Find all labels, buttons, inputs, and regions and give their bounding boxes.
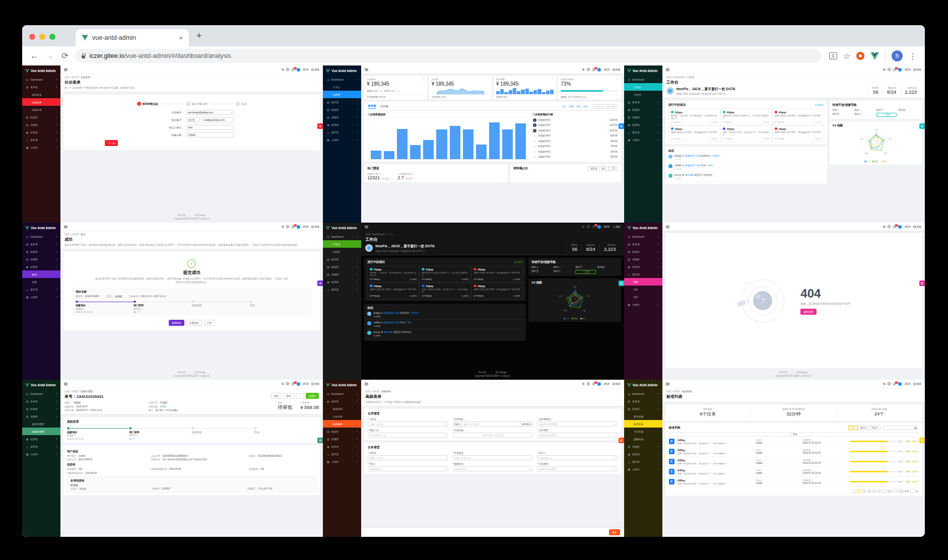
sidebar-item-form[interactable]: ▤表单页▾	[22, 240, 60, 248]
sidebar-item-result[interactable]: ◉结果页▾	[22, 435, 60, 443]
sidebar-item-exception[interactable]: △异常页▾	[624, 458, 662, 465]
notification-bell-icon[interactable]: 12	[592, 68, 595, 71]
channel-tab[interactable]: 线上	[599, 166, 608, 171]
sidebar-item-detail[interactable]: ▨详情页▾	[624, 443, 662, 450]
notification-bell-icon[interactable]: 12	[292, 68, 294, 71]
breadcrumb-item[interactable]: 首页	[666, 390, 671, 393]
related-doc-link[interactable]: 12421	[160, 405, 166, 408]
page-item[interactable]: 10	[888, 489, 892, 493]
all-projects-link[interactable]: 全部项目	[815, 104, 824, 106]
submit-button[interactable]: 提交	[609, 529, 620, 535]
sidebar-item-list[interactable]: ▥列表页▾	[22, 113, 60, 121]
sidebar-item-analysis[interactable]: 分析页	[323, 248, 361, 255]
more-link[interactable]: 更多 ▾	[912, 470, 918, 473]
select-input[interactable]: 请选择执行人▾	[537, 455, 617, 460]
date-range-input[interactable]: 开始日期 ~ 结束日期	[453, 433, 532, 438]
edit-link[interactable]: 编辑	[906, 460, 910, 463]
sidebar-item-widgets[interactable]: ▦小组件▾	[624, 301, 662, 308]
user-avatar[interactable]	[597, 225, 601, 229]
payment-account-select[interactable]: ant-design@alipay.com▾	[186, 110, 234, 115]
collapse-menu-icon[interactable]	[365, 226, 368, 228]
step-action-link[interactable]: 催一下	[129, 438, 136, 440]
sidebar-item-analysis[interactable]: 分析页	[624, 91, 662, 98]
text-input[interactable]: 请输入任务名	[368, 455, 447, 460]
feed-link[interactable]: 项目进展	[685, 174, 694, 176]
sidebar-item-exception[interactable]: △异常页▴	[624, 270, 662, 278]
search-icon[interactable]	[883, 383, 885, 385]
feed-link[interactable]: 高逼格设计天团	[384, 321, 400, 324]
quick-op-link[interactable]: 操作四	[898, 109, 919, 111]
more-link[interactable]: 更多 ▾	[912, 450, 918, 453]
close-window-button[interactable]	[29, 34, 35, 40]
sidebar-item-success[interactable]: 成功	[22, 270, 60, 278]
browser-tab[interactable]: vue-antd-admin ×	[76, 29, 189, 46]
quick-op-link[interactable]: 操作二	[554, 266, 574, 268]
user-avatar[interactable]	[898, 382, 902, 386]
sidebar-item-widgets[interactable]: ▦小组件▾	[323, 458, 361, 465]
project-card[interactable]: Alipay城镇中有那么多的酒馆，她却偏偏走进了我的酒馆科学搬砖组9小时前	[471, 283, 523, 299]
breadcrumb-item[interactable]: 首页	[64, 390, 70, 393]
page-item[interactable]: ›	[893, 489, 897, 493]
sidebar-item-exception[interactable]: △异常页▾	[323, 128, 361, 136]
page-item[interactable]: 5	[877, 489, 881, 493]
sidebar-item-result[interactable]: ◉结果页▾	[323, 443, 361, 450]
github-icon[interactable]: ◦	[792, 371, 793, 374]
result-button[interactable]: 打印	[204, 320, 215, 326]
github-icon[interactable]: ◦	[491, 371, 492, 374]
sidebar-item-dashboard[interactable]: ◎Dashboard▾	[22, 76, 60, 83]
range-link[interactable]: 今日	[562, 105, 566, 108]
theme-settings-button[interactable]: ⚙	[317, 281, 323, 286]
jump-input[interactable]	[910, 489, 915, 493]
page-item[interactable]: 2	[862, 489, 866, 493]
stat-card[interactable]: 运营活动效果ⓘ73%周同比 12%▼ 日环比 11%▲	[558, 76, 621, 99]
language-switch[interactable]: 简体	[913, 68, 921, 71]
notification-bell-icon[interactable]: 12	[292, 226, 294, 228]
sidebar-item-list[interactable]: ▥列表页▴	[624, 405, 662, 412]
sidebar-item-detail[interactable]: ▨详情页▾	[22, 121, 60, 128]
theme-settings-button[interactable]: ⚙	[317, 123, 323, 129]
user-avatar[interactable]	[597, 68, 601, 72]
sidebar-item-advanced-form[interactable]: 高级表单	[323, 420, 361, 428]
text-input[interactable]: 请输入任务描述	[453, 455, 532, 460]
sidebar-item-analysis[interactable]: 分析页	[323, 91, 361, 98]
add-op-button[interactable]: ＋ 添加	[876, 113, 897, 117]
footer-link-brand[interactable]: Ant Design	[796, 371, 807, 374]
sidebar-item-widgets[interactable]: ▦小组件▾	[22, 293, 60, 301]
sidebar-item-list[interactable]: ▥列表页▾	[323, 106, 361, 113]
search-icon[interactable]	[282, 383, 284, 385]
result-button[interactable]: 返回列表	[169, 320, 184, 326]
quick-op-link[interactable]: 操作二	[854, 109, 875, 111]
sidebar-item-widgets[interactable]: ▦小组件▾	[323, 136, 361, 144]
user-avatar[interactable]	[297, 225, 300, 229]
language-switch[interactable]: 简体	[913, 225, 921, 228]
collapse-menu-icon[interactable]	[365, 68, 368, 71]
sidebar-item-dashboard[interactable]: ◎Dashboard▴	[323, 233, 361, 240]
sidebar-item-workplace[interactable]: 工作台	[323, 83, 361, 91]
select-input[interactable]: 请选择仓库类型▾	[537, 433, 617, 438]
feed-link[interactable]: 高逼格设计天团	[685, 155, 701, 157]
range-link[interactable]: 本周	[569, 105, 573, 108]
action-button[interactable]: 操作	[284, 393, 295, 399]
sidebar-item-dashboard[interactable]: ◎Dashboard▾	[323, 390, 361, 397]
profile-avatar[interactable]: h	[892, 50, 903, 61]
project-card[interactable]: Alipay那是一种内在的东西，他们到达不了，也无法触及的科学搬砖组9小时前	[720, 125, 772, 142]
collapse-menu-icon[interactable]	[64, 68, 67, 71]
sidebar-item-dashboard[interactable]: ◎Dashboard▾	[22, 233, 60, 240]
sidebar-item-widgets[interactable]: ▦小组件▾	[22, 144, 60, 151]
project-card[interactable]: Alipay那时候我只会想自己想要什么，从不想自己拥有什么科学搬砖组9小时前	[720, 109, 772, 125]
sidebar-item-result[interactable]: ◉结果页▾	[323, 278, 361, 286]
sidebar-item-403[interactable]: 403	[624, 286, 662, 293]
sidebar-item-standard-list[interactable]: 标准列表	[624, 420, 662, 428]
project-card[interactable]: Alipay那是一种内在的东西，他们到达不了，也无法触及的科学搬砖组9小时前	[419, 283, 471, 299]
more-link[interactable]: 更多 ▾	[912, 440, 918, 443]
notification-bell-icon[interactable]: 12	[592, 383, 595, 385]
project-card[interactable]: Alipay城镇中有那么多的酒馆，她却偏偏走进了我的酒馆科学搬砖组9小时前	[772, 125, 824, 142]
theme-settings-button[interactable]: ⚙	[919, 123, 925, 129]
project-card[interactable]: Alipay那时候我只会想自己想要什么，从不想自己拥有什么科学搬砖组9小时前	[419, 266, 471, 283]
breadcrumb-item[interactable]: 首页	[64, 233, 70, 236]
breadcrumb-item[interactable]: 详情页	[72, 390, 79, 393]
notification-bell-icon[interactable]: 12	[893, 68, 896, 71]
quick-op-link[interactable]: 操作五	[833, 113, 853, 117]
theme-settings-button[interactable]: ⚙	[619, 281, 624, 286]
sidebar-item-exception[interactable]: △异常页▾	[323, 450, 361, 458]
